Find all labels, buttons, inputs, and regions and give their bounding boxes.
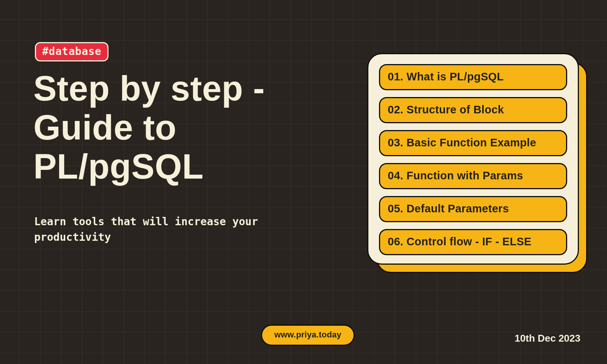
toc-item-number: 06.: [388, 235, 403, 248]
toc-item-number: 04.: [388, 169, 403, 182]
date-label: 10th Dec 2023: [515, 333, 580, 344]
toc-item-label: Function with Params: [407, 169, 523, 182]
toc-item-label: What is PL/pgSQL: [407, 71, 504, 83]
tag-pill: #database: [35, 42, 109, 61]
toc-card-body: 01. What is PL/pgSQL 02. Structure of Bl…: [367, 53, 579, 265]
toc-item-number: 01.: [388, 71, 403, 83]
toc-item-label: Basic Function Example: [407, 136, 536, 149]
toc-item: 05. Default Parameters: [379, 196, 567, 222]
toc-card: 01. What is PL/pgSQL 02. Structure of Bl…: [367, 53, 583, 269]
toc-item-label: Default Parameters: [407, 202, 509, 215]
toc-item-number: 02.: [388, 104, 403, 116]
toc-item: 01. What is PL/pgSQL: [379, 64, 567, 90]
subtitle: Learn tools that will increase your prod…: [34, 214, 300, 245]
toc-item-label: Structure of Block: [407, 104, 504, 116]
toc-item: 06. Control flow - IF - ELSE: [379, 229, 567, 255]
toc-item: 02. Structure of Block: [379, 97, 567, 123]
toc-item: 03. Basic Function Example: [379, 130, 567, 156]
page-title: Step by step - Guide to PL/pgSQL: [33, 69, 322, 186]
toc-item-number: 05.: [388, 202, 403, 215]
toc-item-label: Control flow - IF - ELSE: [407, 235, 532, 248]
site-pill[interactable]: www.priya.today: [261, 325, 355, 346]
toc-item-number: 03.: [388, 136, 403, 149]
toc-item: 04. Function with Params: [379, 163, 567, 189]
